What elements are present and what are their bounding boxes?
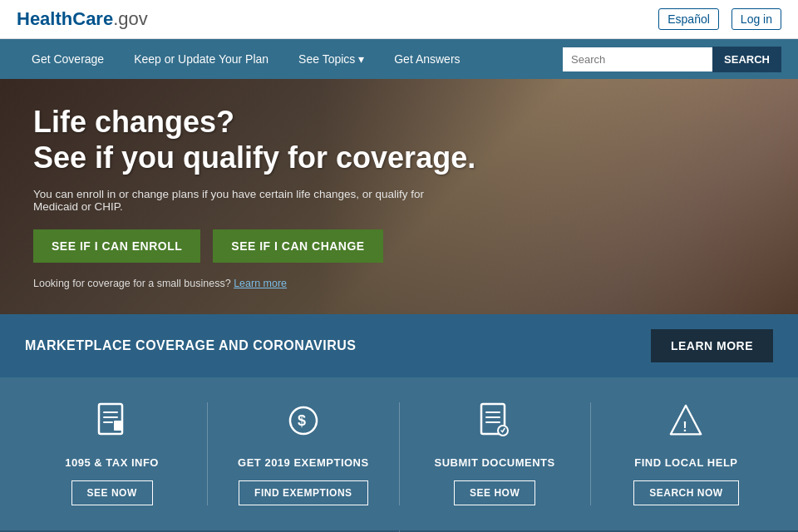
tile-local-help: ! FIND LOCAL HELP SEARCH NOW [590, 402, 781, 505]
corona-title: MARKETPLACE COVERAGE AND CORONAVIRUS [25, 338, 356, 353]
nav-search: SEARCH [563, 47, 781, 72]
tax-info-label: 1095 & TAX INFO [65, 456, 159, 469]
search-button[interactable]: SEARCH [712, 47, 781, 72]
login-link[interactable]: Log in [732, 8, 781, 30]
nav-get-coverage[interactable]: Get Coverage [17, 39, 119, 79]
tile-submit-docs: SUBMIT DOCUMENTS SEE HOW [399, 402, 590, 505]
search-input[interactable] [563, 47, 712, 71]
tiles-section: 1095 & TAX INFO SEE NOW $ GET 2019 EXEMP… [0, 377, 798, 530]
hero-subtitle: You can enroll in or change plans if you… [33, 188, 466, 213]
corona-learn-more-button[interactable]: LEARN MORE [651, 329, 773, 362]
svg-text:$: $ [298, 412, 306, 429]
corona-banner: MARKETPLACE COVERAGE AND CORONAVIRUS LEA… [0, 314, 798, 377]
hero-small-text: Looking for coverage for a small busines… [33, 278, 475, 289]
tax-info-button[interactable]: SEE NOW [71, 480, 153, 505]
logo-gov: .gov [113, 8, 148, 29]
change-button[interactable]: SEE IF I CAN CHANGE [213, 229, 382, 263]
espanol-link[interactable]: Español [658, 8, 719, 30]
logo-health: Health [17, 8, 72, 29]
exemptions-icon: $ [288, 402, 319, 446]
logo: HealthCare.gov [17, 8, 148, 30]
svg-text:!: ! [683, 419, 687, 434]
local-help-label: FIND LOCAL HELP [634, 456, 737, 469]
exemptions-label: GET 2019 EXEMPTIONS [238, 456, 369, 469]
exemptions-button[interactable]: FIND EXEMPTIONS [239, 480, 368, 505]
local-help-button[interactable]: SEARCH NOW [633, 480, 738, 505]
main-nav: Get Coverage Keep or Update Your Plan Se… [0, 39, 798, 79]
submit-docs-label: SUBMIT DOCUMENTS [435, 456, 555, 469]
tile-exemptions: $ GET 2019 EXEMPTIONS FIND EXEMPTIONS [207, 402, 398, 505]
hero-title: Life changes?See if you qualify for cove… [33, 104, 475, 175]
logo-care: Care [72, 8, 113, 29]
svg-rect-1 [114, 421, 122, 431]
tile-tax-info: 1095 & TAX INFO SEE NOW [17, 402, 207, 505]
learn-more-link[interactable]: Learn more [234, 278, 287, 289]
top-bar: HealthCare.gov Español Log in [0, 0, 798, 39]
local-help-icon: ! [669, 402, 702, 446]
nav-get-answers[interactable]: Get Answers [379, 39, 475, 79]
top-bar-right: Español Log in [658, 8, 781, 30]
hero-content: Life changes?See if you qualify for cove… [0, 79, 509, 314]
tax-info-icon [96, 402, 129, 446]
enroll-button[interactable]: SEE IF I CAN ENROLL [33, 229, 200, 263]
hero-buttons: SEE IF I CAN ENROLL SEE IF I CAN CHANGE [33, 229, 475, 263]
submit-docs-button[interactable]: SEE HOW [454, 480, 535, 505]
hero-section: Life changes?See if you qualify for cove… [0, 79, 798, 314]
submit-docs-icon [478, 402, 511, 446]
nav-keep-update[interactable]: Keep or Update Your Plan [119, 39, 283, 79]
nav-see-topics[interactable]: See Topics ▾ [283, 39, 379, 79]
